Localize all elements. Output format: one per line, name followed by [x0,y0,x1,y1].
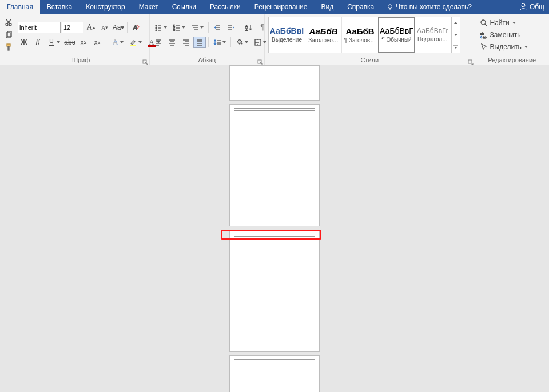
font-group-label: Шрифт [72,57,93,63]
font-size-input[interactable] [62,22,83,33]
replace-label: Заменить [490,31,521,39]
superscript-button[interactable]: x2 [91,37,104,48]
svg-text:Z: Z [245,28,248,31]
decrease-indent-button[interactable] [211,22,224,33]
editing-group-label: Редактирование [488,57,536,63]
grow-font-icon[interactable]: A▴ [85,22,97,33]
text-effects-button[interactable]: A [109,37,126,48]
paragraph-launcher-icon[interactable] [257,59,263,65]
styles-launcher-icon[interactable] [468,59,474,65]
style-normal[interactable]: АаБбВвГ ¶ Обычный [378,17,415,53]
style-emphasis[interactable]: АаБбВвІ Выделение [269,17,305,53]
style-name: Заголово… [308,37,339,43]
highlight-button[interactable] [127,37,144,48]
justify-button[interactable] [193,37,206,48]
bullets-button[interactable] [152,22,169,33]
numbering-button[interactable]: 123 [170,22,188,33]
svg-point-63 [481,20,486,25]
page-2[interactable] [229,104,320,226]
tab-design[interactable]: Конструктор [79,0,132,14]
strikethrough-button[interactable]: abc [63,37,76,48]
svg-text:3: 3 [173,29,175,31]
style-name: Подзагол… [417,36,448,42]
svg-text:A: A [133,25,137,31]
select-button[interactable]: Выделить [480,42,528,52]
styles-more-icon[interactable] [452,41,460,53]
user-icon [519,2,527,12]
style-heading[interactable]: АаБбВ Заголово… [305,17,342,53]
tab-references[interactable]: Ссылки [165,0,203,14]
tab-view[interactable]: Вид [314,0,340,14]
subscript-button[interactable]: x2 [77,37,90,48]
align-center-button[interactable] [166,37,178,48]
style-subtitle[interactable]: АаБбВвГг Подзагол… [415,17,451,53]
sort-button[interactable]: AZ [242,22,255,33]
shrink-font-icon[interactable]: A▾ [98,22,111,33]
style-sample: АаБбВвГг [417,27,448,34]
multilevel-list-button[interactable] [189,22,206,33]
clear-formatting-icon[interactable]: A [130,22,142,33]
shading-button[interactable] [233,37,250,48]
search-icon [480,19,488,27]
style-sample: АаБбВвГ [380,27,413,35]
styles-up-icon[interactable] [452,17,460,29]
format-painter-icon[interactable] [2,42,15,53]
tab-review[interactable]: Рецензирование [248,0,315,14]
svg-point-16 [156,27,157,29]
copy-icon[interactable] [2,29,15,41]
italic-button[interactable]: К [31,37,44,48]
group-paragraph: 123 AZ ¶ Абзац [150,14,265,65]
tab-insert[interactable]: Вставка [40,0,79,14]
increase-indent-button[interactable] [225,22,237,33]
tab-layout[interactable]: Макет [132,0,165,14]
align-right-button[interactable] [180,37,192,48]
group-font: A▴ A▾ Aa A Ж К Ч abc x2 x2 A A Шрифт [15,14,150,65]
share-label: Общ [530,3,544,11]
svg-line-64 [485,24,487,26]
replace-button[interactable]: abac Заменить [480,30,528,40]
lightbulb-icon [387,3,393,10]
find-label: Найти [490,19,510,27]
align-left-button[interactable] [152,37,165,48]
svg-rect-7 [6,33,10,38]
group-clipboard [0,14,15,65]
line-spacing-button[interactable] [211,37,228,48]
replace-icon: abac [480,31,488,39]
tell-me-label: Что вы хотите сделать? [396,3,472,11]
styles-down-icon[interactable] [452,29,460,41]
font-launcher-icon[interactable] [142,59,148,65]
tab-home[interactable]: Главная [0,0,40,14]
style-heading1[interactable]: АаБбВ ¶ Заголов… [342,17,379,53]
underline-button[interactable]: Ч [45,37,62,48]
tab-help[interactable]: Справка [340,0,381,14]
styles-group-label: Стили [360,57,379,63]
svg-point-14 [156,25,157,26]
page-4[interactable] [229,355,320,392]
style-sample: АаБбВ [309,27,337,35]
paragraph-group-label: Абзац [198,57,216,63]
tell-me[interactable]: Что вы хотите сделать? [381,3,478,11]
font-name-input[interactable] [18,22,61,33]
tab-mailings[interactable]: Рассылки [203,0,248,14]
ribbon: A▴ A▾ Aa A Ж К Ч abc x2 x2 A A Шрифт [0,14,549,66]
style-sample: АаБбВвІ [270,27,304,35]
style-sample: АаБбВ [345,27,374,35]
styles-gallery[interactable]: АаБбВвІ Выделение АаБбВ Заголово… АаБбВ … [268,17,460,53]
ribbon-tabs: Главная Вставка Конструктор Макет Ссылки… [0,0,549,14]
style-name: ¶ Обычный [381,37,411,43]
bold-button[interactable]: Ж [18,37,30,48]
cut-icon[interactable] [2,17,15,28]
page-1[interactable] [229,65,320,101]
svg-point-56 [241,43,243,45]
find-button[interactable]: Найти [480,18,528,28]
svg-rect-8 [7,31,11,37]
page-3[interactable] [229,230,320,352]
select-dropdown-icon[interactable] [524,42,528,51]
share-button[interactable]: Общ [515,2,549,12]
find-dropdown-icon[interactable] [512,18,516,27]
cursor-icon [480,43,488,51]
svg-rect-12 [130,45,136,46]
select-label: Выделить [490,43,522,51]
document-area[interactable] [0,65,549,392]
change-case-icon[interactable]: Aa [112,22,125,33]
